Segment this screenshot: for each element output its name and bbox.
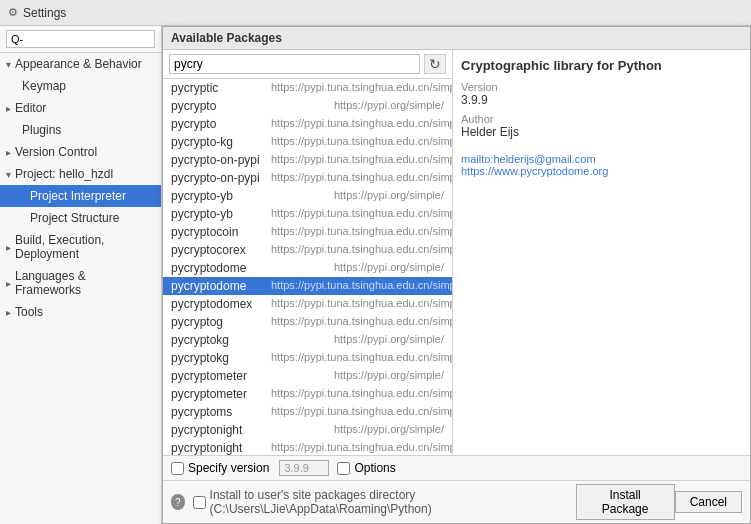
pkg-item-pycrypto-kg[interactable]: pycrypto-kg https://pypi.tuna.tsinghua.e… [163, 133, 452, 151]
specify-version-row: Specify version [171, 461, 269, 475]
arrow-icon: ▸ [6, 278, 11, 289]
sidebar-item-label: Version Control [15, 145, 97, 159]
arrow-icon: ▸ [6, 103, 11, 114]
sidebar-item-vcs[interactable]: ▸ Version Control [0, 141, 161, 163]
available-packages-dialog: Available Packages ↻ pycryptic https://p… [162, 26, 751, 524]
sidebar-item-keymap[interactable]: Keymap [0, 75, 161, 97]
install-package-button[interactable]: Install Package [576, 484, 675, 520]
sidebar-item-label: Project: hello_hzdl [15, 167, 113, 181]
pkg-item-pycrypto-on-pypi-1[interactable]: pycrypto-on-pypi https://pypi.tuna.tsing… [163, 151, 452, 169]
sidebar-item-plugins[interactable]: Plugins [0, 119, 161, 141]
specify-version-checkbox[interactable] [171, 462, 184, 475]
version-label: Version [461, 81, 742, 93]
sidebar-item-label: Keymap [22, 79, 66, 93]
arrow-icon: ▸ [6, 147, 11, 158]
sidebar-item-label: Tools [15, 305, 43, 319]
package-search-input[interactable] [169, 54, 420, 74]
package-search-area: ↻ pycryptic https://pypi.tuna.tsinghua.e… [163, 50, 453, 455]
description-panel: Cryptographic library for Python Version… [453, 50, 750, 455]
sidebar-search-area [0, 26, 161, 53]
email-link[interactable]: mailto:helderijs@gmail.com [461, 153, 742, 165]
arrow-icon: ▾ [6, 59, 11, 70]
pkg-item-pycryptodome-2[interactable]: pycryptodome https://pypi.tuna.tsinghua.… [163, 277, 452, 295]
sidebar: ▾ Appearance & Behavior Keymap ▸ Editor … [0, 26, 162, 524]
pkg-item-pycryptometer-1[interactable]: pycryptometer https://pypi.org/simple/ [163, 367, 452, 385]
dialog-body: ↻ pycryptic https://pypi.tuna.tsinghua.e… [163, 50, 750, 455]
sidebar-item-project[interactable]: ▾ Project: hello_hzdl [0, 163, 161, 185]
sidebar-item-tools[interactable]: ▸ Tools [0, 301, 161, 323]
sidebar-search-input[interactable] [6, 30, 155, 48]
sidebar-item-label: Build, Execution, Deployment [15, 233, 153, 261]
sidebar-items-list: ▾ Appearance & Behavior Keymap ▸ Editor … [0, 53, 161, 524]
description-title: Cryptographic library for Python [461, 58, 742, 73]
author-value: Helder Eijs [461, 125, 742, 139]
dialog-footer: ? Install to user's site packages direct… [163, 480, 750, 523]
arrow-icon: ▾ [6, 169, 11, 180]
pkg-item-pycrypto-yb-2[interactable]: pycrypto-yb https://pypi.tuna.tsinghua.e… [163, 205, 452, 223]
sidebar-item-project-interpreter[interactable]: Project Interpreter [0, 185, 161, 207]
pkg-item-pycryptic[interactable]: pycryptic https://pypi.tuna.tsinghua.edu… [163, 79, 452, 97]
pkg-item-pycryptonight-2[interactable]: pycryptonight https://pypi.tuna.tsinghua… [163, 439, 452, 455]
pkg-item-pycryptonight-1[interactable]: pycryptonight https://pypi.org/simple/ [163, 421, 452, 439]
dialog-title-text: Available Packages [171, 31, 282, 45]
version-input[interactable] [279, 460, 329, 476]
pkg-item-pycryptokg-1[interactable]: pycryptokg https://pypi.org/simple/ [163, 331, 452, 349]
pkg-item-pycryptometer-2[interactable]: pycryptometer https://pypi.tuna.tsinghua… [163, 385, 452, 403]
pkg-item-pycryptocoin[interactable]: pycryptocoin https://pypi.tuna.tsinghua.… [163, 223, 452, 241]
sidebar-item-label: Plugins [22, 123, 61, 137]
sidebar-item-label: Appearance & Behavior [15, 57, 142, 71]
refresh-button[interactable]: ↻ [424, 54, 446, 74]
sidebar-item-label: Languages & Frameworks [15, 269, 153, 297]
sidebar-item-label: Project Structure [30, 211, 119, 225]
footer-text: Install to user's site packages director… [210, 488, 576, 516]
sidebar-item-editor[interactable]: ▸ Editor [0, 97, 161, 119]
pkg-item-pycryptodomex[interactable]: pycryptodomex https://pypi.tuna.tsinghua… [163, 295, 452, 313]
sidebar-item-languages[interactable]: ▸ Languages & Frameworks [0, 265, 161, 301]
install-to-user-checkbox[interactable] [193, 496, 206, 509]
arrow-icon: ▸ [6, 242, 11, 253]
package-results-list: pycryptic https://pypi.tuna.tsinghua.edu… [163, 79, 452, 455]
pkg-item-pycryptodome-1[interactable]: pycryptodome https://pypi.org/simple/ [163, 259, 452, 277]
sidebar-item-label: Project Interpreter [30, 189, 126, 203]
specify-version-label: Specify version [188, 461, 269, 475]
website-link[interactable]: https://www.pycryptodome.org [461, 165, 742, 177]
settings-icon: ⚙ [8, 6, 18, 19]
sidebar-item-build[interactable]: ▸ Build, Execution, Deployment [0, 229, 161, 265]
options-row: Options [337, 461, 395, 475]
options-checkbox[interactable] [337, 462, 350, 475]
sidebar-item-label: Editor [15, 101, 46, 115]
search-bar: ↻ [163, 50, 452, 79]
cancel-button[interactable]: Cancel [675, 491, 742, 513]
pkg-item-pycryptoms[interactable]: pycryptoms https://pypi.tuna.tsinghua.ed… [163, 403, 452, 421]
app-title: Settings [23, 6, 66, 20]
author-label: Author [461, 113, 742, 125]
pkg-item-pycrypto-2[interactable]: pycrypto https://pypi.tuna.tsinghua.edu.… [163, 115, 452, 133]
dialog-title-bar: Available Packages [163, 27, 750, 50]
options-label: Options [354, 461, 395, 475]
pkg-item-pycrypto-yb-1[interactable]: pycrypto-yb https://pypi.org/simple/ [163, 187, 452, 205]
pkg-item-pycryptokg-2[interactable]: pycryptokg https://pypi.tuna.tsinghua.ed… [163, 349, 452, 367]
arrow-icon: ▸ [6, 307, 11, 318]
pkg-item-pycrypto-1[interactable]: pycrypto https://pypi.org/simple/ [163, 97, 452, 115]
pkg-item-pycryptog[interactable]: pycryptog https://pypi.tuna.tsinghua.edu… [163, 313, 452, 331]
version-value: 3.9.9 [461, 93, 742, 107]
dialog-bottom-options: Specify version Options [163, 455, 750, 480]
sidebar-item-project-structure[interactable]: Project Structure [0, 207, 161, 229]
sidebar-item-appearance[interactable]: ▾ Appearance & Behavior [0, 53, 161, 75]
title-bar: ⚙ Settings [0, 0, 751, 26]
main-container: ▾ Appearance & Behavior Keymap ▸ Editor … [0, 26, 751, 524]
pkg-item-pycrypto-on-pypi-2[interactable]: pycrypto-on-pypi https://pypi.tuna.tsing… [163, 169, 452, 187]
pkg-item-pycryptocorex[interactable]: pycryptocorex https://pypi.tuna.tsinghua… [163, 241, 452, 259]
help-button[interactable]: ? [171, 494, 185, 510]
